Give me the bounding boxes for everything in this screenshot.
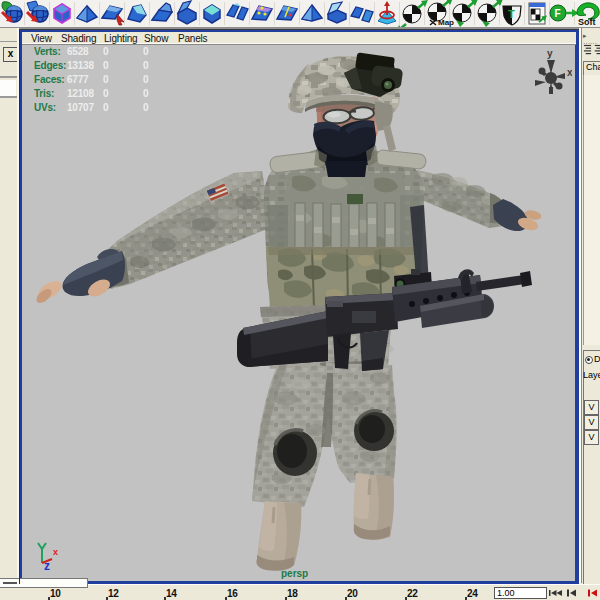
svg-text:x: x xyxy=(567,67,572,78)
svg-text:x: x xyxy=(53,547,58,557)
svg-text:F: F xyxy=(555,8,561,19)
svg-text:T: T xyxy=(508,8,515,20)
svg-text:Soft: Soft xyxy=(578,17,596,27)
svg-text:y: y xyxy=(547,48,553,59)
svg-text:z: z xyxy=(44,559,50,571)
svg-text:Map: Map xyxy=(438,18,454,27)
